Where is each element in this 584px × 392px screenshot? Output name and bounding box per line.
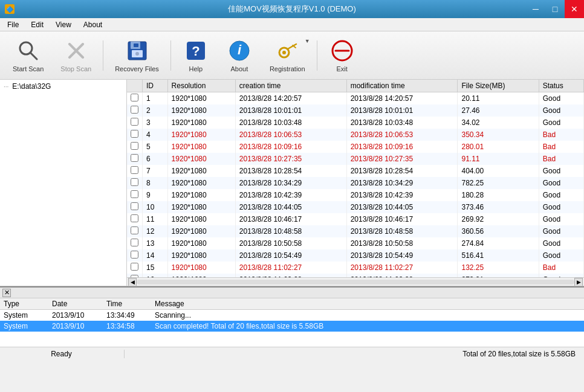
registration-label: Registration [270, 65, 305, 72]
row-checkbox[interactable] [131, 106, 138, 114]
registration-button[interactable]: Registration ▼ [262, 35, 313, 76]
row-checkbox-cell [127, 117, 143, 129]
log-row[interactable]: System 2013/9/10 13:34:49 Scanning... [0, 310, 584, 321]
row-checkbox-cell [127, 104, 143, 117]
row-checkbox-cell [127, 165, 143, 177]
row-status: Good [539, 225, 583, 237]
log-table-wrapper[interactable]: Type Date Time Message System 2013/9/10 … [0, 298, 584, 347]
row-checkbox[interactable] [131, 190, 138, 198]
left-panel: ··· E:\data\32G [0, 80, 127, 286]
row-size: 27.46 [458, 104, 539, 117]
menu-about[interactable]: About [79, 19, 107, 30]
file-list-scroll[interactable]: ID Resolution creation time modification… [127, 80, 584, 277]
menu-file[interactable]: File [2, 19, 24, 30]
row-size: 274.84 [458, 237, 539, 249]
row-id: 11 [143, 213, 168, 225]
table-row[interactable]: 12 1920*1080 2013/8/28 10:48:58 2013/8/2… [127, 225, 584, 237]
row-checkbox[interactable] [131, 214, 138, 222]
menu-view[interactable]: View [51, 19, 76, 30]
help-button[interactable]: ? Help [175, 35, 217, 76]
table-row[interactable]: 14 1920*1080 2013/8/28 10:54:49 2013/8/2… [127, 249, 584, 262]
row-checkbox[interactable] [131, 239, 138, 246]
row-checkbox[interactable] [131, 166, 138, 174]
log-time: 13:34:58 [103, 321, 151, 332]
row-size: 132.25 [458, 262, 539, 274]
window-title: 佳能MOV视频恢复程序V1.0 (DEMO) [228, 4, 356, 14]
row-status: Good [539, 92, 583, 105]
help-label: Help [189, 65, 203, 72]
row-id: 2 [143, 104, 168, 117]
row-status: Good [539, 189, 583, 201]
row-modification: 2013/8/28 10:03:48 [346, 117, 458, 129]
row-checkbox[interactable] [131, 154, 138, 162]
about-button[interactable]: i About [218, 35, 261, 76]
table-row[interactable]: 5 1920*1080 2013/8/28 10:09:16 2013/8/28… [127, 141, 584, 153]
row-id: 5 [143, 141, 168, 153]
row-creation: 2013/8/28 10:48:58 [235, 225, 346, 237]
table-row[interactable]: 1 1920*1080 2013/8/28 14:20:57 2013/8/28… [127, 92, 584, 105]
row-resolution: 1920*1080 [167, 153, 235, 165]
row-checkbox-cell [127, 262, 143, 274]
menu-edit[interactable]: Edit [26, 19, 48, 30]
row-id: 1 [143, 92, 168, 105]
table-row[interactable]: 8 1920*1080 2013/8/28 10:34:29 2013/8/28… [127, 177, 584, 189]
row-size: 20.11 [458, 92, 539, 105]
row-checkbox[interactable] [131, 202, 138, 210]
tree-item-drive[interactable]: ··· E:\data\32G [1, 81, 125, 92]
table-row[interactable]: 6 1920*1080 2013/8/28 10:27:35 2013/8/28… [127, 153, 584, 165]
table-row[interactable]: 13 1920*1080 2013/8/28 10:50:58 2013/8/2… [127, 237, 584, 249]
table-row[interactable]: 7 1920*1080 2013/8/28 10:28:54 2013/8/28… [127, 165, 584, 177]
row-status: Good [539, 249, 583, 262]
scroll-left-arrow[interactable]: ◀ [128, 278, 137, 286]
row-checkbox[interactable] [131, 251, 138, 259]
row-checkbox[interactable] [131, 130, 138, 138]
stop-scan-label: Stop Scan [60, 65, 91, 72]
col-resolution: Resolution [167, 80, 235, 92]
tree-item-label: E:\data\32G [12, 82, 51, 91]
row-status: Good [539, 213, 583, 225]
stop-scan-button[interactable]: Stop Scan [53, 35, 99, 76]
row-creation: 2013/8/28 10:42:39 [235, 189, 346, 201]
row-size: 516.41 [458, 249, 539, 262]
row-size: 91.11 [458, 153, 539, 165]
start-scan-button[interactable]: Start Scan [5, 35, 51, 76]
table-row[interactable]: 11 1920*1080 2013/8/28 10:46:17 2013/8/2… [127, 213, 584, 225]
row-checkbox[interactable] [131, 227, 138, 234]
row-modification: 2013/8/28 11:02:27 [346, 262, 458, 274]
log-scroll-cell [574, 321, 584, 332]
horizontal-scrollbar[interactable]: ◀ ▶ [127, 277, 584, 286]
row-checkbox[interactable] [131, 142, 138, 150]
table-row[interactable]: 15 1920*1080 2013/8/28 11:02:27 2013/8/2… [127, 262, 584, 274]
log-col-date: Date [48, 298, 103, 310]
close-button[interactable]: ✕ [565, 0, 584, 18]
table-row[interactable]: 3 1920*1080 2013/8/28 10:03:48 2013/8/28… [127, 117, 584, 129]
maximize-button[interactable]: □ [545, 0, 565, 18]
row-creation: 2013/8/28 10:28:54 [235, 165, 346, 177]
minimize-button[interactable]: ─ [526, 0, 545, 18]
log-toolbar: ✕ [0, 288, 584, 298]
exit-button[interactable]: Exit [321, 35, 363, 76]
scroll-right-arrow[interactable]: ▶ [574, 278, 583, 286]
log-close-button[interactable]: ✕ [2, 289, 11, 297]
main-area: ··· E:\data\32G ID Resolution creation t… [0, 80, 584, 286]
log-row[interactable]: System 2013/9/10 13:34:58 Scan completed… [0, 321, 584, 332]
row-checkbox-cell [127, 225, 143, 237]
svg-text:i: i [238, 42, 242, 57]
row-creation: 2013/8/28 10:46:17 [235, 213, 346, 225]
row-checkbox[interactable] [131, 94, 138, 101]
log-col-type: Type [0, 298, 48, 310]
table-row[interactable]: 9 1920*1080 2013/8/28 10:42:39 2013/8/28… [127, 189, 584, 201]
table-row[interactable]: 10 1920*1080 2013/8/28 10:44:05 2013/8/2… [127, 201, 584, 213]
row-modification: 2013/8/28 14:20:57 [346, 92, 458, 105]
table-row[interactable]: 2 1920*1080 2013/8/28 10:01:01 2013/8/28… [127, 104, 584, 117]
row-id: 6 [143, 153, 168, 165]
scrollbar-track[interactable] [137, 280, 574, 284]
log-time: 13:34:49 [103, 310, 151, 321]
row-checkbox[interactable] [131, 263, 138, 271]
recovery-files-button[interactable]: Recovery Files [107, 35, 167, 76]
row-size: 782.25 [458, 177, 539, 189]
row-checkbox[interactable] [131, 178, 138, 186]
table-row[interactable]: 4 1920*1080 2013/8/28 10:06:53 2013/8/28… [127, 129, 584, 141]
row-modification: 2013/8/28 10:48:58 [346, 225, 458, 237]
row-checkbox[interactable] [131, 118, 138, 126]
